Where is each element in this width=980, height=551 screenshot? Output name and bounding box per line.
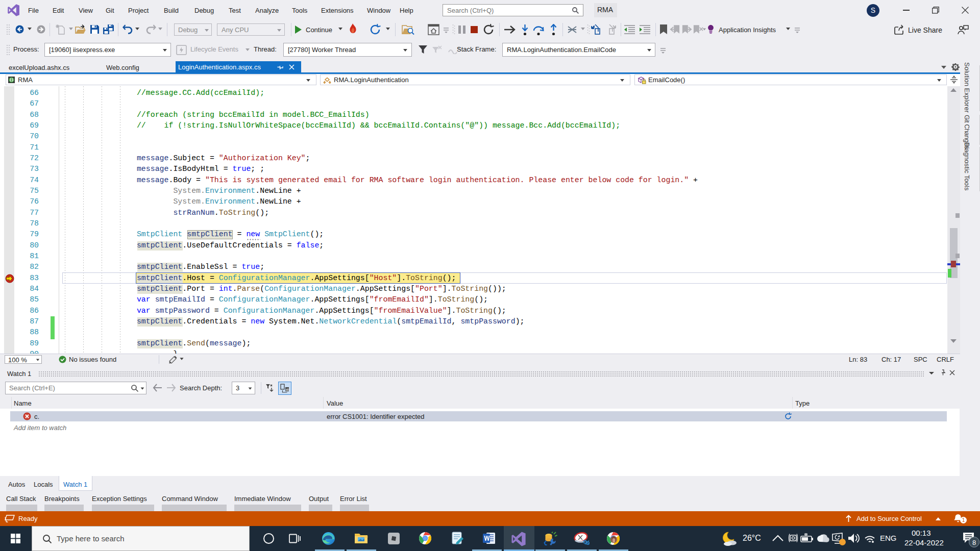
svg-text:ab: ab xyxy=(286,388,290,391)
